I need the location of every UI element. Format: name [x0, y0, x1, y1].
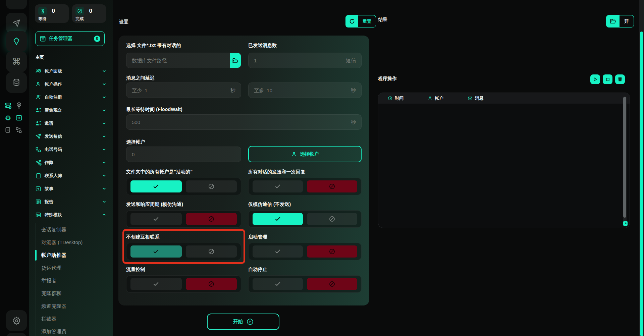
- folder-icon[interactable]: [230, 53, 241, 68]
- sidebar-item-home[interactable]: 主页: [36, 55, 44, 60]
- yes-button[interactable]: [253, 245, 303, 258]
- toggle-send-response-cycle: [126, 210, 241, 228]
- reset-button[interactable]: 重置: [345, 15, 376, 27]
- diamond-icon[interactable]: [6, 31, 27, 52]
- command-icon[interactable]: ⌘: [6, 51, 27, 72]
- delay-max-input[interactable]: [249, 83, 351, 98]
- column-time[interactable]: 时间: [388, 95, 404, 101]
- submenu-item-session-copier[interactable]: 会话复制器: [29, 223, 113, 236]
- webcam-person-icon[interactable]: [15, 101, 23, 109]
- task-manager-button[interactable]: 任务管理器 0: [35, 31, 105, 46]
- swap-icon[interactable]: [15, 126, 23, 134]
- submenu-item-clone-group[interactable]: 克隆群聊: [29, 287, 113, 300]
- toggle-label: 发送和响应周期 (模仿沟通): [126, 202, 183, 208]
- no-button[interactable]: [186, 180, 237, 192]
- sidebar-item-cheat[interactable]: 作弊: [29, 156, 113, 169]
- toggle-label: 启动管理: [248, 234, 267, 240]
- delay-label: 消息之间延迟: [126, 75, 155, 81]
- submenu-item-channel-cloner[interactable]: 频道克隆器: [29, 300, 113, 313]
- no-button[interactable]: [186, 213, 237, 225]
- submenu-item-freight-agent[interactable]: 货运代理: [29, 262, 113, 274]
- trash-icon[interactable]: [615, 74, 625, 84]
- send-plus-icon: [35, 159, 42, 166]
- sidebar-item-reports[interactable]: 报告: [29, 195, 113, 208]
- delay-max-field: 秒: [248, 82, 362, 98]
- folder-icon: [606, 15, 620, 27]
- clock-icon: [388, 96, 392, 101]
- yes-button[interactable]: [253, 278, 303, 290]
- sidebar-item-contact-book[interactable]: 联系人簿: [29, 169, 113, 182]
- sidebar-item-auto-register[interactable]: 自动注册: [29, 91, 113, 104]
- database-icon[interactable]: [6, 72, 27, 93]
- person-plus-icon: [35, 94, 42, 101]
- sidebar-item-invite[interactable]: 邀请: [29, 117, 113, 130]
- table-scrollbar-thumb[interactable]: [623, 97, 626, 218]
- column-message[interactable]: 消息: [468, 95, 484, 101]
- page-scrollbar-track[interactable]: [639, 0, 644, 336]
- document-check-icon[interactable]: [4, 126, 12, 134]
- no-button[interactable]: [307, 278, 357, 290]
- check-circle-icon: [75, 7, 84, 15]
- sidebar-item-phone-numbers[interactable]: 电话号码: [29, 143, 113, 156]
- no-button[interactable]: [307, 180, 357, 192]
- resize-handle[interactable]: [623, 221, 628, 226]
- waiting-count: 0: [52, 8, 55, 14]
- no-button[interactable]: [186, 245, 237, 258]
- no-button[interactable]: [186, 278, 237, 290]
- user-icon: [291, 151, 297, 157]
- yes-button[interactable]: [130, 213, 182, 225]
- sent-count-field: 短信: [248, 53, 362, 68]
- send-icon[interactable]: [6, 13, 27, 34]
- submenu-item-interceptor[interactable]: 拦截器: [29, 313, 113, 325]
- page-scrollbar-thumb[interactable]: [640, 32, 643, 336]
- sidebar-item-send-sms[interactable]: 发送短信: [29, 130, 113, 143]
- code-window-icon[interactable]: [15, 114, 23, 122]
- submenu-item-reporter[interactable]: 举报者: [29, 274, 113, 287]
- start-button[interactable]: 开始: [207, 314, 279, 330]
- yes-button[interactable]: [253, 213, 303, 225]
- sidebar-item-account-actions[interactable]: 帐户操作: [29, 77, 113, 91]
- submenu-item-add-admin[interactable]: 添加管理员: [29, 325, 113, 336]
- table-header: 时间 帐户 消息: [378, 93, 630, 104]
- sidebar-item-gather-audience[interactable]: 聚集观众: [29, 104, 113, 117]
- file-path-field: [126, 53, 241, 68]
- book-icon: [35, 172, 42, 179]
- accounts-count-input[interactable]: [126, 147, 241, 162]
- table-scrollbar-track[interactable]: [623, 96, 627, 224]
- sidebar-item-accounts-panel[interactable]: 帐户面板: [29, 64, 113, 77]
- logo-partial-icon[interactable]: [6, 0, 27, 9]
- floodwait-input[interactable]: [126, 115, 351, 129]
- column-account[interactable]: 帐户: [428, 95, 443, 101]
- toggle-label: 仅模仿通信 (不发送): [248, 202, 291, 208]
- open-results-button[interactable]: 开: [606, 15, 634, 27]
- yes-button[interactable]: [130, 245, 182, 258]
- toggle-label: 流量控制: [126, 267, 145, 273]
- floodwait-unit: 秒: [351, 119, 361, 125]
- toggle-label: 自动停止: [248, 267, 267, 273]
- delay-min-input[interactable]: [126, 83, 230, 98]
- no-button[interactable]: [307, 245, 357, 258]
- settings-card: 选择 文件*.txt 带有对话的 已发送消息数 短信 消息之间延迟 秒 秒 最长…: [118, 36, 369, 305]
- submenu-item-account-booster[interactable]: 帐户助推器: [29, 249, 113, 262]
- play-icon[interactable]: [590, 74, 600, 84]
- gear-icon[interactable]: [6, 310, 27, 331]
- yes-button[interactable]: [253, 180, 303, 192]
- server-check-icon[interactable]: [4, 101, 12, 109]
- yes-button[interactable]: [130, 180, 182, 192]
- yes-button[interactable]: [130, 278, 182, 290]
- toggle-label: 不创建互相联系: [126, 234, 159, 240]
- sidebar-item-special-modules[interactable]: 特殊模块: [29, 208, 113, 221]
- no-button[interactable]: [307, 213, 357, 225]
- stop-icon[interactable]: [603, 74, 612, 84]
- delay-min-field: 秒: [126, 82, 241, 98]
- bottom-partial-icon[interactable]: [6, 333, 27, 336]
- select-accounts-button[interactable]: 选择帐户: [248, 146, 362, 162]
- gear-small-icon[interactable]: ⚙: [4, 114, 12, 122]
- sidebar-item-stories[interactable]: 故事: [29, 182, 113, 195]
- chevron-down-icon: [102, 134, 106, 138]
- open-label: 开: [620, 15, 634, 27]
- sent-count-input[interactable]: [249, 53, 346, 68]
- submenu-item-convector[interactable]: 对流器 (TDesktop): [29, 236, 113, 249]
- active-indicator: [35, 250, 37, 261]
- file-path-input[interactable]: [126, 53, 230, 68]
